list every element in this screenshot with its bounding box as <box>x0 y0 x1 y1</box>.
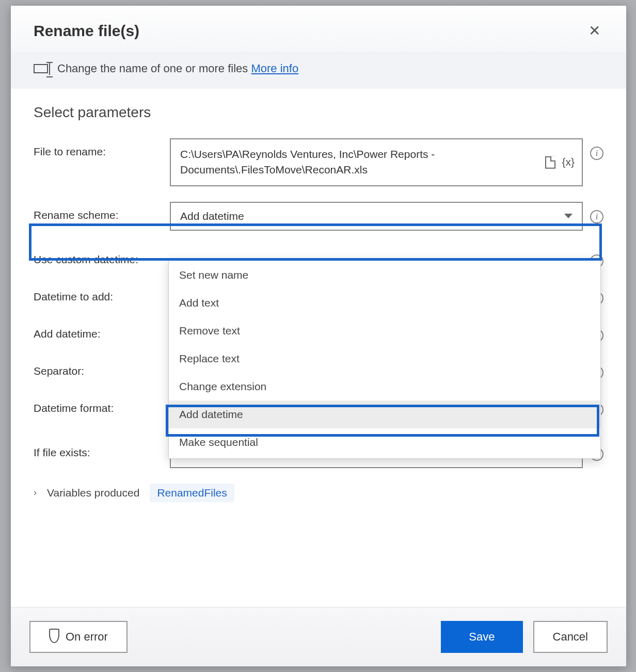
dropdown-item[interactable]: Change extension <box>169 373 600 401</box>
variables-produced-label: Variables produced <box>47 487 139 499</box>
variables-produced-row[interactable]: › Variables produced RenamedFiles <box>34 484 603 502</box>
save-button[interactable]: Save <box>441 621 522 653</box>
label-use-custom-datetime: Use custom datetime: <box>34 246 163 266</box>
chevron-down-icon <box>564 214 573 218</box>
dialog-title: Rename file(s) <box>34 22 139 40</box>
info-icon[interactable]: i <box>590 147 603 160</box>
rename-scheme-dropdown: Set new nameAdd textRemove textReplace t… <box>168 259 601 459</box>
info-icon[interactable]: i <box>590 210 603 223</box>
variable-chip[interactable]: RenamedFiles <box>150 484 234 502</box>
chevron-right-icon: › <box>34 487 37 498</box>
row-file-to-rename: File to rename: C:\Users\PA\Reynolds Ven… <box>34 138 603 186</box>
dialog-description: Change the name of one or more files Mor… <box>11 52 626 89</box>
dialog-footer: On error Save Cancel <box>11 607 626 666</box>
label-separator: Separator: <box>34 358 163 377</box>
rename-icon <box>34 64 48 73</box>
label-datetime-to-add: Datetime to add: <box>34 283 163 303</box>
cancel-button[interactable]: Cancel <box>533 621 608 653</box>
variable-token-icon[interactable]: {x} <box>562 154 575 170</box>
label-file-to-rename: File to rename: <box>34 138 163 158</box>
rename-scheme-select[interactable]: Add datetime <box>170 202 583 231</box>
close-button[interactable]: ✕ <box>583 20 606 41</box>
shield-icon <box>49 631 59 643</box>
label-datetime-format: Datetime format: <box>34 395 163 414</box>
row-rename-scheme: Rename scheme: Add datetime i <box>34 202 603 231</box>
rename-files-dialog: Rename file(s) ✕ Change the name of one … <box>10 5 627 667</box>
dropdown-item[interactable]: Add datetime <box>169 401 600 428</box>
label-add-datetime: Add datetime: <box>34 321 163 340</box>
on-error-button[interactable]: On error <box>29 621 128 653</box>
description-text: Change the name of one or more files <box>57 62 248 75</box>
more-info-link[interactable]: More info <box>251 62 298 75</box>
file-to-rename-input[interactable]: C:\Users\PA\Reynolds Ventures, Inc\Power… <box>170 138 583 186</box>
dropdown-item[interactable]: Remove text <box>169 317 600 345</box>
section-heading: Select parameters <box>34 104 603 121</box>
dropdown-item[interactable]: Add text <box>169 289 600 317</box>
file-browse-icon[interactable] <box>545 156 555 168</box>
dropdown-item[interactable]: Replace text <box>169 345 600 373</box>
dropdown-item[interactable]: Set new name <box>169 261 600 289</box>
label-rename-scheme: Rename scheme: <box>34 202 163 221</box>
label-if-file-exists: If file exists: <box>34 439 163 459</box>
dropdown-item[interactable]: Make sequential <box>169 428 600 456</box>
dialog-header: Rename file(s) ✕ <box>11 6 626 52</box>
